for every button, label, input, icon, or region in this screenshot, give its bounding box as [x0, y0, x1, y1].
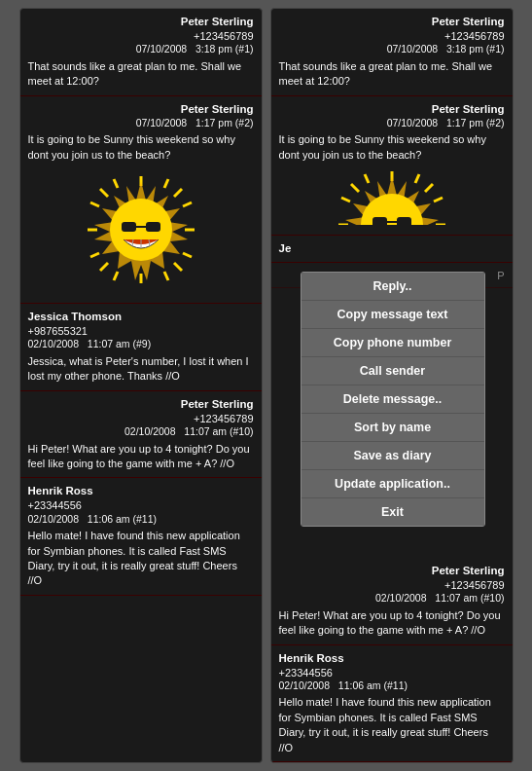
sun-image: [78, 166, 204, 293]
message-date: 02/10/2008 11:07 am (#10): [28, 425, 254, 439]
svg-rect-42: [372, 217, 387, 225]
message-date: 02/10/2008 11:06 am (#11): [28, 513, 254, 527]
message-block: Peter Sterling +123456789 02/10/2008 11:…: [20, 391, 262, 479]
sender-phone: +123456789: [28, 412, 254, 425]
message-body: Hi Peter! What are you up to 4 tonight? …: [279, 608, 505, 639]
svg-line-10: [90, 202, 99, 206]
message-body: It is going to be Sunny this weekend so …: [28, 132, 254, 163]
message-block: Henrik Ross +23344556 02/10/2008 11:06 a…: [271, 645, 513, 762]
context-menu-exit[interactable]: Exit: [301, 498, 484, 526]
message-date: 07/10/2008 1:17 pm (#2): [279, 117, 505, 130]
message-date: 02/10/2008 11:07 am (#10): [279, 592, 505, 606]
message-body: Jessica, what is Peter's number, I lost …: [28, 354, 254, 385]
svg-rect-19: [146, 222, 160, 232]
svg-line-5: [174, 263, 182, 271]
message-block: Peter Sterling +123456789 07/10/2008 3:1…: [271, 9, 513, 96]
svg-line-32: [365, 174, 369, 183]
message-header: Henrik Ross +23344556 02/10/2008 11:06 a…: [28, 484, 254, 526]
context-menu-save-diary[interactable]: Save as diary: [301, 442, 484, 470]
message-body: Hello mate! I have found this new applic…: [279, 695, 505, 755]
message-date: 02/10/2008 11:06 am (#11): [279, 679, 505, 693]
svg-line-6: [174, 189, 182, 197]
context-menu-call-sender[interactable]: Call sender: [301, 357, 484, 386]
context-menu-reply[interactable]: Reply..: [301, 273, 484, 301]
context-menu-delete[interactable]: Delete message..: [301, 386, 484, 414]
message-block: Jessica Thomson +987655321 02/10/2008 11…: [20, 304, 262, 391]
message-header: Peter Sterling 07/10/2008 1:17 pm (#2): [28, 102, 254, 130]
message-header: Peter Sterling +123456789 07/10/2008 3:1…: [279, 15, 505, 56]
context-menu-copy-message[interactable]: Copy message text: [301, 301, 484, 329]
message-header: Peter Sterling 07/10/2008 1:17 pm (#2): [279, 102, 505, 130]
message-body: Hi Peter! What are you up to 4 tonight? …: [28, 442, 254, 472]
message-body: Hello mate! I have found this new applic…: [28, 529, 254, 589]
sender-name: Peter Sterling: [28, 102, 254, 117]
message-header: Je: [279, 241, 505, 256]
message-header: Henrik Ross +23344556 02/10/2008 11:06 a…: [279, 651, 505, 693]
svg-line-9: [164, 179, 168, 188]
message-block: Peter Sterling 07/10/2008 1:17 pm (#2) I…: [271, 96, 513, 236]
svg-line-4: [100, 189, 108, 197]
message-block: Peter Sterling +123456789 02/10/2008 11:…: [271, 558, 513, 645]
message-header: Peter Sterling +123456789 02/10/2008 11:…: [28, 397, 254, 439]
message-block: Henrik Ross +23344556 02/10/2008 11:06 a…: [20, 478, 262, 595]
sender-name: Henrik Ross: [279, 651, 505, 666]
svg-line-14: [114, 272, 118, 280]
message-date: 07/10/2008 3:18 pm (#1): [279, 43, 505, 56]
svg-rect-18: [122, 222, 136, 232]
svg-line-28: [351, 184, 359, 192]
svg-line-13: [183, 253, 192, 257]
context-menu-copy-phone[interactable]: Copy phone number: [301, 329, 484, 357]
svg-rect-43: [397, 217, 411, 225]
left-panel: Peter Sterling +123456789 07/10/2008 3:1…: [19, 8, 263, 763]
message-date: 07/10/2008 1:17 pm (#2): [28, 117, 254, 130]
svg-line-34: [341, 198, 350, 202]
message-header: Jessica Thomson +987655321 02/10/2008 11…: [28, 310, 254, 351]
sender-name: Peter Sterling: [279, 15, 505, 29]
message-block: Je: [271, 236, 513, 263]
message-body: It is going to be Sunny this weekend so …: [279, 132, 505, 163]
sender-phone: +123456789: [279, 578, 505, 592]
sender-phone: +23344556: [28, 498, 254, 512]
svg-line-30: [425, 184, 433, 192]
sender-name: Jessica Thomson: [28, 310, 254, 324]
message-date: 02/10/2008 11:07 am (#9): [28, 338, 254, 351]
right-panel: Peter Sterling +123456789 07/10/2008 3:1…: [270, 8, 514, 763]
svg-line-35: [434, 198, 443, 202]
sender-phone: +23344556: [279, 666, 505, 679]
svg-line-33: [415, 174, 419, 183]
svg-line-7: [100, 263, 108, 271]
context-menu-update-app[interactable]: Update application..: [301, 470, 484, 498]
message-block: Peter Sterling 07/10/2008 1:17 pm (#2) I…: [20, 96, 262, 304]
message-header: Peter Sterling +123456789 02/10/2008 11:…: [279, 564, 505, 606]
sender-name: Peter Sterling: [279, 102, 505, 117]
svg-line-15: [164, 272, 168, 280]
sender-name: Je: [279, 241, 505, 256]
context-menu: Reply.. Copy message text Copy phone num…: [301, 272, 485, 527]
sender-name: Peter Sterling: [279, 564, 505, 578]
svg-line-12: [90, 253, 99, 257]
context-menu-sort-name[interactable]: Sort by name: [301, 414, 484, 442]
sun-image: [329, 166, 455, 225]
message-body: That sounds like a great plan to me. Sha…: [28, 59, 254, 90]
sender-name: Henrik Ross: [28, 484, 254, 498]
svg-line-8: [114, 179, 118, 188]
message-date: 07/10/2008 3:18 pm (#1): [28, 43, 254, 56]
sender-phone: +123456789: [279, 29, 505, 43]
sender-phone: +123456789: [28, 29, 254, 43]
svg-point-17: [110, 199, 172, 261]
sender-name: Peter Sterling: [28, 15, 254, 29]
message-block: Peter Sterling +123456789 07/10/2008 3:1…: [20, 9, 262, 96]
svg-line-11: [183, 202, 192, 206]
sender-phone: +987655321: [28, 324, 254, 338]
sender-name: Peter Sterling: [28, 397, 254, 412]
message-header: Peter Sterling +123456789 07/10/2008 3:1…: [28, 15, 254, 56]
message-body: That sounds like a great plan to me. Sha…: [279, 59, 505, 90]
